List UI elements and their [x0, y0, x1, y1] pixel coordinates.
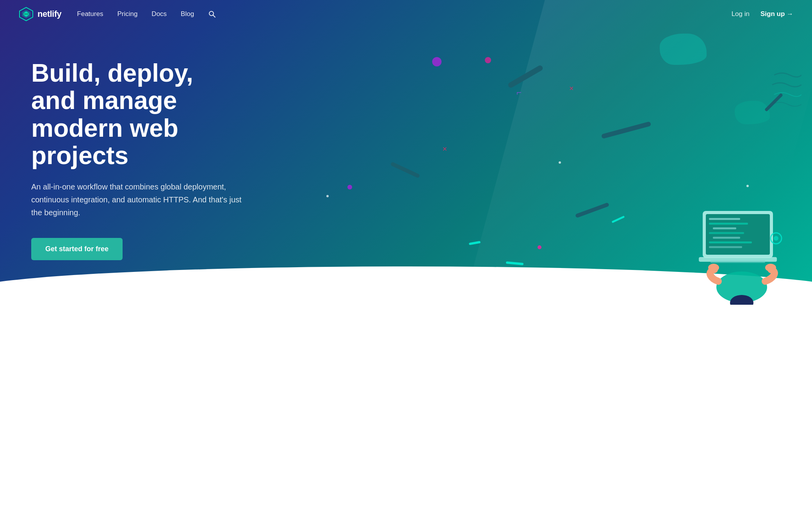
svg-rect-12: [709, 232, 744, 234]
dot-2: [559, 161, 561, 164]
cyan-stroke-2: [506, 261, 524, 265]
netlify-logo-icon: [19, 7, 34, 21]
stroke-1: [507, 64, 544, 89]
stroke-3: [390, 162, 420, 179]
x-mark-2: ×: [443, 145, 447, 154]
login-link[interactable]: Log in: [732, 10, 750, 18]
hero-title: Build, deploy, and manage modern web pro…: [31, 59, 242, 170]
svg-rect-13: [713, 237, 740, 239]
logo-link[interactable]: netlify: [19, 7, 61, 21]
cyan-stroke-1: [469, 241, 481, 245]
blob-1: [660, 34, 707, 65]
signup-link[interactable]: Sign up →: [760, 10, 793, 18]
cyan-stroke-3: [612, 216, 625, 223]
x-mark-1: ×: [569, 84, 574, 93]
cta-button[interactable]: Get started for free: [31, 238, 123, 260]
person-illustration: [679, 203, 789, 305]
logo-text: netlify: [37, 9, 61, 19]
circle-1: [432, 57, 442, 66]
svg-rect-8: [706, 214, 770, 255]
circle-2: [485, 57, 491, 63]
dot-3: [379, 275, 381, 278]
stroke-5: [575, 202, 609, 218]
wavy-lines: [770, 67, 801, 114]
l-mark: ⌐: [516, 88, 522, 98]
dot-1: [326, 195, 329, 197]
svg-rect-11: [713, 227, 736, 229]
svg-line-6: [213, 15, 215, 18]
nav-link-features[interactable]: Features: [77, 10, 103, 18]
nav-link-blog[interactable]: Blog: [181, 10, 194, 18]
nav-link-pricing[interactable]: Pricing: [117, 10, 137, 18]
nav-left: netlify Features Pricing Docs Blog: [19, 7, 216, 21]
nav-item-blog[interactable]: Blog: [181, 10, 194, 18]
nav-links: Features Pricing Docs Blog: [77, 10, 216, 18]
nav-right: Log in Sign up →: [732, 10, 793, 18]
nav-item-docs[interactable]: Docs: [151, 10, 167, 18]
svg-rect-9: [709, 218, 740, 220]
svg-rect-15: [709, 246, 742, 248]
navbar: netlify Features Pricing Docs Blog: [0, 0, 812, 28]
svg-point-20: [765, 264, 776, 272]
dot-4: [746, 185, 749, 187]
svg-rect-10: [709, 223, 748, 225]
svg-rect-14: [709, 241, 752, 243]
blob-2: [735, 101, 770, 124]
svg-rect-17: [710, 260, 765, 263]
stroke-2: [601, 121, 652, 139]
svg-point-23: [774, 236, 778, 241]
hero-subtitle: An all-in-one workflow that combines glo…: [31, 180, 242, 219]
nav-link-docs[interactable]: Docs: [151, 10, 167, 18]
hero-decorations: × × ⌐: [284, 0, 812, 336]
circle-3: [347, 185, 352, 189]
circle-4: [538, 245, 541, 249]
nav-item-pricing[interactable]: Pricing: [117, 10, 137, 18]
svg-point-19: [708, 264, 719, 272]
search-icon[interactable]: [208, 10, 216, 18]
nav-item-features[interactable]: Features: [77, 10, 103, 18]
hero-content: Build, deploy, and manage modern web pro…: [0, 28, 273, 284]
